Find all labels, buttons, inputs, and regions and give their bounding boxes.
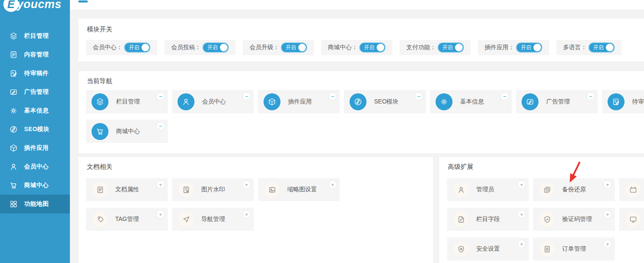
panel-title: 模块开关 [78, 19, 644, 34]
switch-label: 会员中心 [93, 44, 117, 51]
toggle-on[interactable]: 开启 [203, 42, 229, 53]
nav-card-pending-drafts[interactable]: 待审稿件 − [602, 90, 644, 113]
current-nav-panel: 当前导航 栏目管理 − 会员中心 − 插件应用 − SEO模块 − 基本信息 − [78, 71, 644, 153]
doc-card-row: 文档属性 + 图片水印 + 缩略图设置 + [78, 178, 433, 201]
advanced-card-backup-restore[interactable]: 备份还原 + [533, 178, 615, 201]
sidebar-item-seo-module[interactable]: SEO模块 [0, 120, 70, 139]
advanced-card-security-settings[interactable]: 安全设置 + [447, 238, 529, 260]
sidebar-item-pending-drafts[interactable]: 待审稿件 [0, 64, 70, 83]
sidebar-item-content-manage[interactable]: 内容管理 [0, 45, 70, 64]
toggle-on[interactable]: 开启 [516, 42, 542, 53]
toggle-state-label: 开启 [442, 44, 453, 51]
nav-card-basic-info[interactable]: 基本信息 − [430, 90, 512, 113]
card-label: 商城中心 [116, 128, 140, 135]
module-switches-panel: 模块开关 会员中心： 开启 会员投稿： 开启 会员升级： 开启 商城中心： 开启… [78, 19, 644, 62]
advanced-card-captcha-manage[interactable]: 验证码管理 + [533, 208, 615, 231]
card-label: 基本信息 [460, 98, 484, 106]
add-button[interactable]: + [603, 210, 612, 218]
toggle-state-label: 开启 [129, 44, 139, 51]
doc-card-tag-manage[interactable]: TAG管理 + [86, 208, 168, 231]
doc-card-thumbnail-settings[interactable]: 缩略图设置 + [258, 178, 340, 201]
colon: ： [195, 44, 201, 51]
sidebar-item-basic-info[interactable]: 基本信息 [0, 101, 70, 120]
card-label: TAG管理 [115, 215, 139, 223]
remove-button[interactable]: − [242, 92, 251, 101]
sidebar-item-label: 会员中心 [24, 163, 49, 171]
add-button[interactable]: + [328, 180, 337, 189]
add-button[interactable]: + [603, 240, 612, 248]
sidebar-item-function-map[interactable]: 功能地图 [0, 195, 70, 213]
sidebar-item-mall-center[interactable]: 商城中心 [0, 176, 70, 195]
switch-label: 会员投稿 [171, 44, 195, 51]
file-fields-icon [453, 212, 469, 227]
tag-icon [92, 212, 108, 227]
colon: ： [508, 44, 514, 51]
toggle-on[interactable]: 开启 [124, 42, 150, 53]
card-label: 缩略图设置 [287, 186, 317, 193]
person-icon [9, 162, 18, 171]
remove-button[interactable]: − [156, 122, 165, 130]
sidebar-item-label: 功能地图 [24, 200, 49, 208]
cart-icon [9, 181, 18, 190]
sidebar-item-plugin-app[interactable]: 插件应用 [0, 139, 70, 157]
toggle-on[interactable]: 开启 [588, 42, 615, 53]
switch-mall-center: 商城中心： 开启 [321, 40, 392, 55]
remove-button[interactable]: − [414, 92, 423, 101]
sidebar-item-ad-manage[interactable]: 广告管理 [0, 83, 70, 101]
sidebar-item-label: 广告管理 [24, 88, 49, 96]
ad-icon [9, 88, 18, 96]
sidebar-menu: 栏目管理 内容管理 待审稿件 广告管理 基本信息 SEO模块 插件应用 会员中 [0, 27, 70, 213]
advanced-card-order-manage[interactable]: 订单管理 + [533, 238, 615, 260]
doc-card-nav-manage[interactable]: 导航管理 + [172, 208, 254, 231]
toggle-on[interactable]: 开启 [438, 42, 464, 53]
person-icon [178, 93, 194, 110]
link-icon [350, 93, 366, 110]
advanced-card-cutoff-monitor[interactable]: + [619, 208, 644, 231]
nav-card-member-center[interactable]: 会员中心 − [172, 90, 254, 113]
doc-card-image-watermark[interactable]: 图片水印 + [172, 178, 254, 201]
advanced-card-cutoff-tv[interactable]: + [619, 178, 644, 201]
advanced-panel: 高级扩展 管理员 + 备份还原 + + 栏目字段 + 验证码管理 + [439, 157, 644, 263]
add-button[interactable]: + [156, 210, 165, 218]
nav-card-seo-module[interactable]: SEO模块 − [344, 90, 426, 113]
nav-card-ad-manage[interactable]: 广告管理 − [516, 90, 598, 113]
gear-icon [436, 93, 452, 110]
add-button[interactable]: + [603, 180, 612, 189]
add-button[interactable]: + [242, 180, 251, 189]
toggle-state-label: 开启 [364, 44, 375, 51]
remove-button[interactable]: − [156, 92, 165, 101]
card-label: 插件应用 [288, 98, 312, 106]
switch-payment: 支付功能： 开启 [400, 40, 471, 55]
nav-card-column-manage[interactable]: 栏目管理 − [86, 90, 168, 113]
eyoucms-logo[interactable]: E youcms [3, 0, 61, 12]
advanced-card-row: 安全设置 + 订单管理 + [439, 238, 644, 260]
toggle-on[interactable]: 开启 [281, 42, 307, 53]
colon: ： [581, 44, 587, 51]
nav-card-plugin-app[interactable]: 插件应用 − [258, 90, 340, 113]
top-header-bar [70, 0, 644, 9]
add-button[interactable]: + [242, 210, 251, 218]
eyoucms-admin-page: { "logo": {"initial": "E", "text": "youc… [0, 0, 644, 263]
add-button[interactable]: + [517, 240, 526, 248]
add-button[interactable]: + [156, 180, 165, 189]
remove-button[interactable]: − [586, 92, 595, 101]
sidebar-item-column-manage[interactable]: 栏目管理 [0, 27, 70, 45]
colon: ： [352, 44, 358, 51]
remove-button[interactable]: − [500, 92, 509, 101]
add-button[interactable]: + [517, 210, 526, 218]
advanced-card-column-fields[interactable]: 栏目字段 + [447, 208, 529, 231]
colon: ： [117, 44, 122, 51]
add-button[interactable]: + [517, 180, 526, 189]
advanced-card-admin[interactable]: 管理员 + [447, 178, 529, 201]
remove-button[interactable]: − [328, 92, 337, 101]
doc-card-row: TAG管理 + 导航管理 + [78, 208, 433, 231]
sidebar-item-member-center[interactable]: 会员中心 [0, 157, 70, 176]
card-label: 安全设置 [476, 245, 500, 253]
switch-label: 插件应用 [485, 44, 508, 51]
toggle-on[interactable]: 开启 [359, 42, 386, 53]
doc-card-doc-attributes[interactable]: 文档属性 + [86, 178, 168, 201]
active-tab-indicator[interactable] [78, 0, 88, 3]
document-edit-icon [9, 69, 18, 78]
nav-card-mall-center[interactable]: 商城中心 − [86, 120, 168, 143]
nav-card-row: 栏目管理 − 会员中心 − 插件应用 − SEO模块 − 基本信息 − 广告管理… [78, 90, 644, 113]
